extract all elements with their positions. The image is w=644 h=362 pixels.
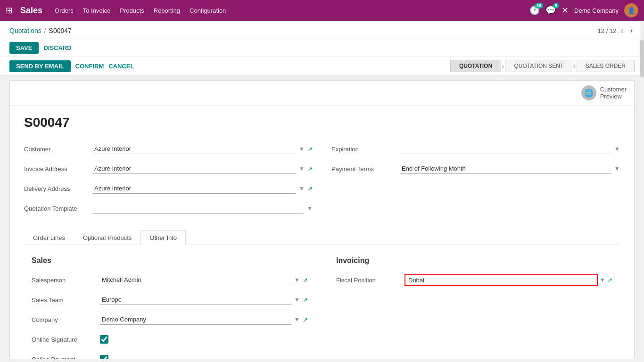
- online-signature-checkbox[interactable]: [100, 335, 108, 344]
- salesperson-field: ▼ ↗: [100, 275, 308, 285]
- invoice-address-row: Invoice Address ▼ ↗: [24, 161, 313, 176]
- customer-row: Customer ▼ ↗: [24, 141, 313, 156]
- nav-to-invoice[interactable]: To Invoice: [83, 7, 111, 14]
- pagination-prev[interactable]: ‹: [619, 25, 625, 36]
- message-badge: 5: [553, 3, 559, 8]
- salesperson-row: Salesperson ▼ ↗: [32, 272, 308, 288]
- sales-team-label: Sales Team: [32, 296, 100, 304]
- salesperson-dropdown[interactable]: ▼: [294, 277, 300, 283]
- company-dropdown[interactable]: ▼: [294, 316, 300, 323]
- pagination-next[interactable]: ›: [628, 25, 635, 36]
- close-icon[interactable]: ✕: [561, 5, 569, 16]
- quotation-template-field: ▼: [92, 203, 313, 214]
- fiscal-position-row: Fiscal Position Dubai ▼ ↗: [336, 272, 612, 288]
- expiration-dropdown[interactable]: ▼: [614, 146, 620, 152]
- invoice-address-link[interactable]: ↗: [307, 165, 313, 173]
- nav-reporting[interactable]: Reporting: [154, 7, 180, 14]
- delivery-address-input[interactable]: [92, 183, 296, 194]
- delivery-address-link[interactable]: ↗: [307, 185, 313, 192]
- delivery-address-dropdown[interactable]: ▼: [299, 185, 305, 192]
- step-arrow-2: ›: [573, 62, 575, 70]
- fiscal-position-value-wrapper: Dubai: [405, 274, 598, 286]
- send-email-button[interactable]: SEND BY EMAIL: [9, 60, 71, 72]
- tab-other-info[interactable]: Other Info: [140, 230, 186, 245]
- invoice-address-input[interactable]: [92, 164, 296, 174]
- payment-terms-input[interactable]: [400, 164, 611, 174]
- sales-section: Sales Salesperson ▼ ↗ Sales Team: [32, 256, 308, 359]
- invoice-address-dropdown[interactable]: ▼: [299, 165, 305, 172]
- salesperson-input[interactable]: [100, 275, 291, 285]
- delivery-address-row: Delivery Address ▼ ↗: [24, 181, 313, 196]
- online-payment-checkbox[interactable]: [100, 355, 108, 359]
- record-title: S00047: [24, 115, 620, 130]
- tab-order-lines[interactable]: Order Lines: [24, 230, 74, 245]
- grid-icon[interactable]: ⊞: [6, 5, 13, 16]
- payment-terms-field: ▼: [400, 164, 620, 174]
- scrollbar-thumb[interactable]: [640, 40, 644, 77]
- expiration-input[interactable]: [400, 144, 611, 154]
- breadcrumb: Quotations / S00047 12 / 12 ‹ ›: [0, 21, 644, 39]
- customer-preview-label: CustomerPreview: [600, 86, 627, 100]
- payment-terms-dropdown[interactable]: ▼: [614, 165, 620, 172]
- company-label: Company: [32, 316, 100, 323]
- quotation-template-row: Quotation Template ▼: [24, 201, 313, 216]
- section-grid: Sales Salesperson ▼ ↗ Sales Team: [32, 256, 612, 359]
- company-name[interactable]: Demo Company: [574, 7, 619, 14]
- customer-field: ▼ ↗: [92, 144, 313, 154]
- discard-button[interactable]: DISCARD: [43, 44, 71, 51]
- fiscal-position-link[interactable]: ↗: [607, 277, 612, 284]
- sales-team-input[interactable]: [100, 295, 291, 305]
- nav-products[interactable]: Products: [120, 7, 144, 14]
- avatar[interactable]: 👤: [624, 3, 638, 17]
- fiscal-position-value: Dubai: [408, 277, 594, 284]
- salesperson-link[interactable]: ↗: [303, 277, 308, 284]
- payment-terms-row: Payment Terms ▼: [331, 161, 620, 176]
- customer-external-link[interactable]: ↗: [307, 146, 313, 153]
- expiration-label: Expiration: [331, 146, 400, 153]
- company-input[interactable]: [100, 314, 291, 325]
- topnav-right: 🕐 38 💬 5 ✕ Demo Company 👤: [529, 3, 638, 17]
- company-link[interactable]: ↗: [303, 316, 308, 323]
- delivery-address-field: ▼ ↗: [92, 183, 313, 194]
- customer-preview-button[interactable]: 🌐 CustomerPreview: [581, 85, 627, 100]
- fiscal-position-dropdown[interactable]: ▼: [600, 277, 605, 283]
- confirm-button[interactable]: CONFIRM: [75, 63, 104, 70]
- nav-orders[interactable]: Orders: [55, 7, 74, 14]
- breadcrumb-parent[interactable]: Quotations: [9, 27, 41, 34]
- step-quotation-sent[interactable]: QUOTATION SENT: [505, 60, 572, 72]
- company-field: ▼ ↗: [100, 314, 308, 325]
- form-grid: Customer ▼ ↗ Invoice Address ▼ ↗: [24, 141, 620, 221]
- sales-section-title: Sales: [32, 256, 308, 265]
- invoice-address-label: Invoice Address: [24, 165, 92, 173]
- sales-team-dropdown[interactable]: ▼: [294, 296, 300, 303]
- sales-team-link[interactable]: ↗: [303, 296, 308, 304]
- expiration-row: Expiration ▼: [331, 141, 620, 156]
- breadcrumb-current: S00047: [49, 27, 72, 34]
- globe-icon: 🌐: [581, 85, 596, 100]
- status-steps: QUOTATION › QUOTATION SENT › SALES ORDER: [450, 60, 635, 72]
- quotation-template-dropdown[interactable]: ▼: [307, 205, 313, 212]
- online-signature-row: Online Signature: [32, 332, 308, 347]
- message-icon[interactable]: 💬 5: [545, 5, 556, 16]
- customer-dropdown-arrow[interactable]: ▼: [299, 146, 305, 152]
- breadcrumb-separator: /: [44, 27, 46, 34]
- status-bar: SEND BY EMAIL CONFIRM CANCEL QUOTATION ›…: [0, 57, 644, 75]
- step-sales-order[interactable]: SALES ORDER: [577, 60, 635, 72]
- scrollbar: [640, 21, 644, 362]
- save-button[interactable]: SAVE: [9, 42, 39, 54]
- payment-terms-label: Payment Terms: [331, 165, 400, 173]
- activity-icon[interactable]: 🕐 38: [529, 5, 540, 16]
- form-body: S00047 Customer ▼ ↗ Invoice Address: [10, 106, 634, 359]
- nav-configuration[interactable]: Configuration: [190, 7, 226, 14]
- online-payment-field: [100, 355, 308, 359]
- quotation-template-input[interactable]: [92, 203, 304, 214]
- invoice-address-field: ▼ ↗: [92, 164, 313, 174]
- fiscal-position-label: Fiscal Position: [336, 277, 405, 284]
- company-row: Company ▼ ↗: [32, 312, 308, 327]
- cancel-button[interactable]: CANCEL: [108, 63, 134, 70]
- customer-input[interactable]: [92, 144, 296, 154]
- step-quotation[interactable]: QUOTATION: [450, 60, 501, 72]
- online-signature-label: Online Signature: [32, 336, 100, 343]
- tab-optional-products[interactable]: Optional Products: [74, 230, 140, 245]
- tab-other-info-content: Sales Salesperson ▼ ↗ Sales Team: [24, 245, 620, 359]
